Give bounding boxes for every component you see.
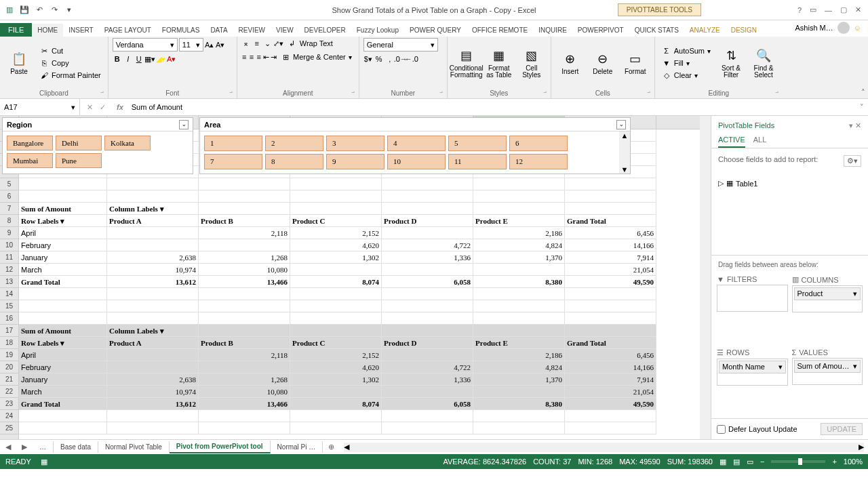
slicer-item[interactable]: Mumbai xyxy=(19,153,53,168)
tab-fuzzy-lookup[interactable]: Fuzzy Lookup xyxy=(351,24,404,37)
cell[interactable] xyxy=(19,422,107,434)
cell[interactable]: 7,914 xyxy=(565,373,656,386)
slicer-item[interactable]: 1 xyxy=(204,136,262,151)
cell[interactable]: 4,722 xyxy=(382,239,473,251)
tab-power-query[interactable]: POWER QUERY xyxy=(404,24,467,37)
row-header[interactable]: 22 xyxy=(0,386,18,398)
cell[interactable] xyxy=(199,325,290,337)
cell[interactable]: 21,054 xyxy=(565,264,656,276)
column-pill[interactable]: Product▾ xyxy=(794,287,861,300)
border-button[interactable]: ▦▾ xyxy=(145,54,155,64)
cell[interactable] xyxy=(107,178,199,190)
row-header[interactable]: 11 xyxy=(0,251,18,264)
slicer-item[interactable]: 8 xyxy=(265,154,323,169)
cell[interactable] xyxy=(290,264,382,276)
cell[interactable] xyxy=(473,410,565,422)
row-header[interactable]: 23 xyxy=(0,398,18,410)
cell[interactable] xyxy=(382,386,473,398)
tab-nav-prev[interactable]: ◀ xyxy=(0,443,16,451)
cell[interactable] xyxy=(473,422,565,434)
cell[interactable] xyxy=(107,349,199,361)
cell[interactable] xyxy=(19,288,107,300)
cell[interactable] xyxy=(199,410,290,422)
account[interactable]: Ashish M… ☺ xyxy=(789,19,868,37)
cell[interactable] xyxy=(199,203,290,215)
collapse-ribbon-icon[interactable]: ˄ xyxy=(861,88,865,97)
cell[interactable] xyxy=(19,178,107,190)
cell[interactable]: 1,370 xyxy=(473,373,565,386)
cell[interactable] xyxy=(19,300,107,312)
cell[interactable]: Product A xyxy=(107,337,199,349)
cell[interactable] xyxy=(473,300,565,312)
slicer-item[interactable]: 6 xyxy=(509,136,568,151)
cell[interactable] xyxy=(199,361,290,373)
cell[interactable] xyxy=(290,190,382,203)
cell[interactable]: 2,638 xyxy=(107,373,199,386)
sheet-tab-active[interactable]: Pivot from PowerPivot tool xyxy=(170,441,271,453)
sheet-tab[interactable]: Normal Pi … xyxy=(271,441,323,453)
tab-nav-next[interactable]: ▶ xyxy=(16,443,33,451)
slicer-item[interactable]: 5 xyxy=(448,136,507,151)
cell[interactable] xyxy=(382,178,473,190)
slicer-area[interactable]: Area⌄ 123456789101112 ▲▼ xyxy=(199,117,631,174)
align-top-icon[interactable]: ⌅ xyxy=(241,39,251,48)
row-header[interactable]: 6 xyxy=(0,190,18,203)
tab-file[interactable]: FILE xyxy=(0,23,32,37)
cell[interactable] xyxy=(565,190,656,203)
fields-tab-all[interactable]: ALL xyxy=(753,133,767,148)
cell[interactable] xyxy=(565,410,656,422)
cell[interactable]: 10,974 xyxy=(107,264,199,276)
row-header[interactable]: 25 xyxy=(0,422,18,434)
align-bottom-icon[interactable]: ⌄ xyxy=(263,39,273,48)
cell[interactable] xyxy=(199,312,290,325)
row-header[interactable]: 20 xyxy=(0,361,18,373)
cell[interactable] xyxy=(473,288,565,300)
inc-decimal-icon[interactable]: .0→ xyxy=(396,54,406,64)
tools-icon[interactable]: ⚙▾ xyxy=(844,155,861,167)
row-header[interactable]: 16 xyxy=(0,312,18,325)
slicer-item[interactable]: 11 xyxy=(448,154,507,169)
cell[interactable] xyxy=(382,300,473,312)
row-header[interactable]: 10 xyxy=(0,239,18,251)
cell[interactable]: 13,612 xyxy=(107,398,199,410)
cell[interactable]: 2,152 xyxy=(290,349,382,361)
cell[interactable] xyxy=(473,312,565,325)
new-sheet-icon[interactable]: ⊕ xyxy=(323,443,340,451)
cell[interactable] xyxy=(565,300,656,312)
row-header[interactable]: 14 xyxy=(0,288,18,300)
tab-inquire[interactable]: INQUIRE xyxy=(533,24,572,37)
row-header[interactable]: 17 xyxy=(0,325,18,337)
cell[interactable] xyxy=(473,203,565,215)
cell[interactable]: Product E xyxy=(473,337,565,349)
fields-tree[interactable]: ▷▦Table1 xyxy=(711,174,868,255)
tab-review[interactable]: REVIEW xyxy=(233,24,271,37)
cell[interactable]: Product D xyxy=(382,337,473,349)
cell[interactable]: 7,914 xyxy=(565,251,656,264)
indent-dec-icon[interactable]: ⇤ xyxy=(263,52,269,62)
cells[interactable]: Sum of AmountColumn Labels ▾Row Labels ▾… xyxy=(19,129,700,434)
cell[interactable] xyxy=(382,203,473,215)
cell[interactable]: Row Labels ▾ xyxy=(19,215,107,227)
cell[interactable]: 4,620 xyxy=(290,361,382,373)
align-center-icon[interactable]: ≡ xyxy=(249,52,255,62)
tab-data[interactable]: DATA xyxy=(205,24,233,37)
cell[interactable] xyxy=(107,190,199,203)
enter-icon[interactable]: ✓ xyxy=(100,103,106,112)
cell[interactable]: 1,302 xyxy=(290,251,382,264)
cell[interactable]: February xyxy=(19,361,107,373)
redo-icon[interactable]: ↷ xyxy=(49,5,60,16)
merge-button[interactable]: ⊞Merge & Center▾ xyxy=(278,52,355,62)
cell[interactable]: January xyxy=(19,251,107,264)
cell[interactable] xyxy=(565,178,656,190)
cell[interactable]: Sum of Amount xyxy=(19,203,107,215)
cell[interactable]: April xyxy=(19,349,107,361)
cell[interactable]: Product D xyxy=(382,215,473,227)
values-dropzone[interactable]: Sum of Amou…▾ xyxy=(792,358,863,385)
cell[interactable]: April xyxy=(19,227,107,239)
cell[interactable]: 1,302 xyxy=(290,373,382,386)
cell[interactable] xyxy=(199,300,290,312)
cond-fmt-button[interactable]: ▤Conditional Formatting xyxy=(452,41,481,85)
fill-color-button[interactable]: ◢▾ xyxy=(156,54,165,64)
formula-input[interactable]: Sum of Amount xyxy=(127,103,856,111)
filters-dropzone[interactable] xyxy=(717,285,788,312)
